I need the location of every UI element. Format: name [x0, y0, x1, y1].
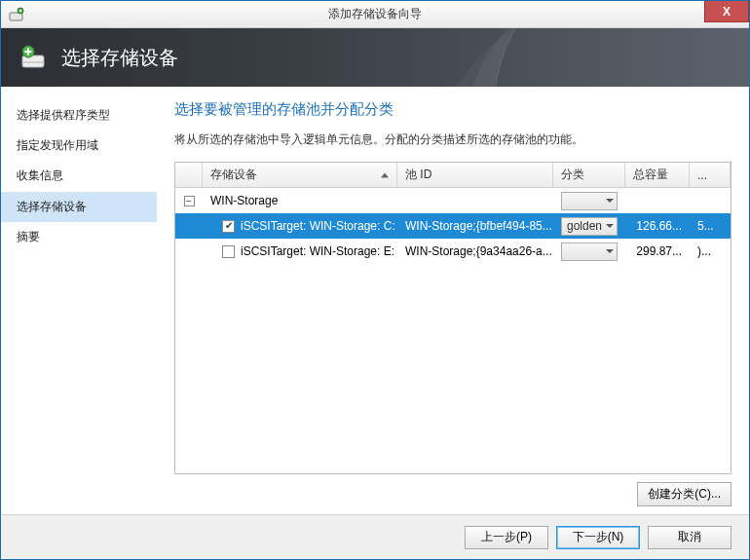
- storage-plus-icon: [20, 44, 48, 71]
- cell-pool: WIN-Storage;{9a34aa26-a...: [397, 244, 553, 258]
- titlebar: 添加存储设备向导 X: [1, 1, 749, 28]
- cell-more: 5...: [690, 219, 731, 233]
- page-heading: 选择存储设备: [61, 45, 178, 71]
- classification-select[interactable]: [561, 192, 618, 210]
- sidebar-item-select-storage[interactable]: 选择存储设备: [1, 192, 157, 222]
- create-classification-button[interactable]: 创建分类(C)...: [637, 482, 731, 506]
- main-title: 选择要被管理的存储池并分配分类: [174, 100, 731, 119]
- wizard-footer: 上一步(P) 下一步(N) 取消: [1, 514, 749, 559]
- classification-select[interactable]: golden: [561, 217, 618, 236]
- body: 选择提供程序类型 指定发现作用域 收集信息 选择存储设备 摘要 选择要被管理的存…: [1, 87, 749, 514]
- col-more[interactable]: ...: [690, 163, 731, 187]
- wizard-steps-sidebar: 选择提供程序类型 指定发现作用域 收集信息 选择存储设备 摘要: [1, 87, 157, 514]
- table-group-row[interactable]: − WIN-Storage: [175, 188, 731, 213]
- col-classification[interactable]: 分类: [553, 163, 625, 187]
- previous-button[interactable]: 上一步(P): [465, 526, 548, 549]
- cell-device: iSCSITarget: WIN-Storage: C:: [241, 219, 395, 233]
- col-capacity[interactable]: 总容量: [625, 163, 690, 187]
- cell-more: )...: [690, 244, 731, 258]
- row-checkbox[interactable]: [222, 220, 235, 233]
- next-button[interactable]: 下一步(N): [556, 526, 640, 549]
- main-description: 将从所选的存储池中导入逻辑单元信息。分配的分类描述所选的存储池的功能。: [174, 131, 731, 148]
- close-button[interactable]: X: [704, 1, 749, 22]
- svg-rect-3: [22, 61, 44, 63]
- classification-select[interactable]: [561, 243, 618, 261]
- window-title: 添加存储设备向导: [328, 6, 422, 22]
- cell-device: iSCSITarget: WIN-Storage: E:: [241, 244, 394, 258]
- expand-toggle[interactable]: −: [184, 196, 195, 206]
- chevron-down-icon: [606, 199, 614, 203]
- main-panel: 选择要被管理的存储池并分配分类 将从所选的存储池中导入逻辑单元信息。分配的分类描…: [157, 87, 749, 514]
- storage-table: 存储设备 池 ID 分类 总容量 ... − WIN-Storage: [174, 162, 731, 474]
- wizard-icon: [9, 7, 24, 22]
- col-device[interactable]: 存储设备: [203, 163, 397, 187]
- table-header: 存储设备 池 ID 分类 总容量 ...: [175, 163, 731, 188]
- sidebar-item-provider-type[interactable]: 选择提供程序类型: [1, 100, 157, 131]
- wizard-header: 选择存储设备: [1, 28, 749, 87]
- table-row[interactable]: iSCSITarget: WIN-Storage: C: WIN-Storage…: [175, 213, 731, 239]
- chevron-down-icon: [606, 249, 614, 253]
- cell-capacity: 126.66...: [625, 219, 690, 233]
- sidebar-item-gather-info[interactable]: 收集信息: [1, 161, 157, 191]
- col-pool-id[interactable]: 池 ID: [397, 163, 553, 187]
- sidebar-item-discovery-scope[interactable]: 指定发现作用域: [1, 131, 157, 161]
- table-row[interactable]: iSCSITarget: WIN-Storage: E: WIN-Storage…: [175, 239, 731, 264]
- sidebar-item-summary[interactable]: 摘要: [1, 222, 157, 252]
- row-checkbox[interactable]: [222, 245, 235, 258]
- chevron-down-icon: [606, 224, 614, 228]
- cell-capacity: 299.87...: [625, 244, 690, 258]
- close-icon: X: [723, 5, 731, 19]
- cancel-button[interactable]: 取消: [648, 526, 731, 549]
- col-expander[interactable]: [175, 163, 203, 187]
- cell-pool: WIN-Storage;{bfbef494-85...: [397, 219, 553, 233]
- cell-device: WIN-Storage: [203, 194, 397, 207]
